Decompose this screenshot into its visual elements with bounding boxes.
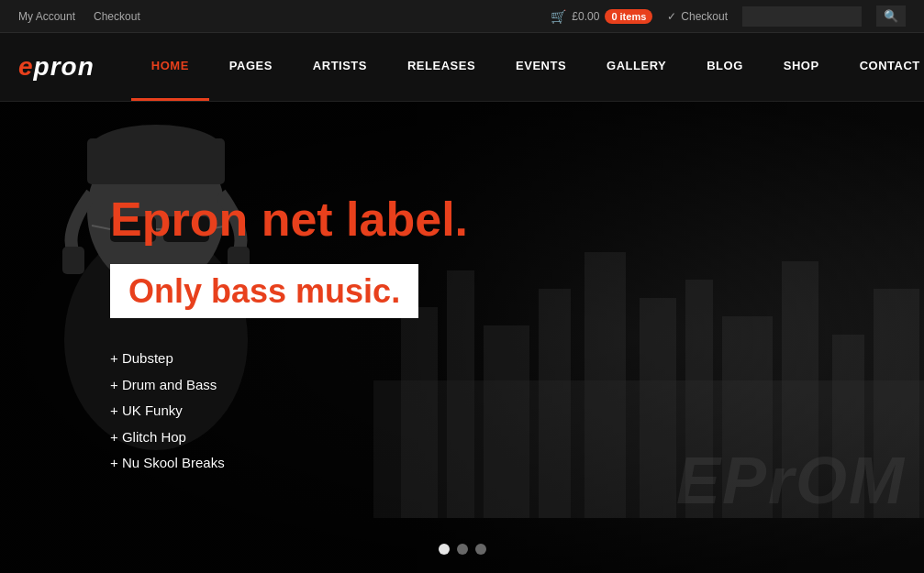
- cart-info: 🛒 £0.00 0 items: [551, 9, 652, 24]
- nav-item-gallery[interactable]: GALLERY: [586, 33, 686, 101]
- hero-content: Epron net label. Only bass music. + Dubs…: [110, 193, 468, 477]
- svg-rect-6: [640, 298, 676, 518]
- nav-item-events[interactable]: EVENTS: [495, 33, 586, 101]
- svg-rect-3: [484, 325, 529, 518]
- logo[interactable]: epron: [18, 52, 95, 82]
- cart-price: £0.00: [572, 10, 599, 23]
- svg-rect-15: [87, 138, 225, 184]
- nav-item-releases[interactable]: RELEASES: [387, 33, 495, 101]
- top-bar-right: 🛒 £0.00 0 items ✓ Checkout 🔍: [551, 6, 906, 27]
- hero-subtitle-plain: Only: [128, 272, 211, 310]
- svg-rect-5: [584, 252, 626, 518]
- eprom-watermark: EPrOM: [676, 443, 906, 518]
- cart-icon: 🛒: [551, 9, 566, 24]
- items-badge: 0 items: [605, 9, 652, 24]
- hero-subtitle: Only bass music.: [110, 264, 418, 318]
- search-input[interactable]: [742, 6, 862, 27]
- list-item-glitch-hop: + Glitch Hop: [110, 424, 468, 451]
- svg-rect-4: [539, 289, 571, 518]
- slider-dots: [439, 544, 486, 555]
- my-account-link[interactable]: My Account: [18, 10, 75, 23]
- slider-dot-3[interactable]: [475, 544, 486, 555]
- hero-title-plain: Epron: [110, 193, 262, 246]
- logo-e: e: [18, 52, 34, 81]
- top-bar-left: My Account Checkout: [18, 10, 140, 23]
- hero-title-colored: net label.: [262, 193, 468, 246]
- slider-dot-1[interactable]: [439, 544, 450, 555]
- list-item-nu-skool: + Nu Skool Breaks: [110, 450, 468, 477]
- nav-item-contact[interactable]: CONTACT: [840, 33, 924, 101]
- nav-item-artists[interactable]: ARTISTS: [293, 33, 387, 101]
- nav-item-blog[interactable]: BLOG: [686, 33, 763, 101]
- slider-dot-2[interactable]: [457, 544, 468, 555]
- nav-item-pages[interactable]: PAGES: [209, 33, 293, 101]
- hero-title: Epron net label.: [110, 193, 468, 246]
- svg-rect-21: [62, 247, 84, 274]
- list-item-drum-bass: + Drum and Bass: [110, 372, 468, 399]
- list-item-dubstep: + Dubstep: [110, 346, 468, 372]
- search-icon: 🔍: [884, 9, 898, 23]
- nav-item-home[interactable]: HOME: [131, 33, 209, 101]
- search-button[interactable]: 🔍: [876, 6, 906, 27]
- hero-subtitle-colored: bass music.: [211, 272, 400, 310]
- list-item-uk-funky: + UK Funky: [110, 398, 468, 424]
- top-bar: My Account Checkout 🛒 £0.00 0 items ✓ Ch…: [0, 0, 924, 33]
- checkout-label[interactable]: Checkout: [681, 10, 728, 23]
- checkout-link-top[interactable]: Checkout: [94, 10, 140, 23]
- checkmark-icon: ✓: [667, 10, 676, 23]
- nav-links: HOME PAGES ARTISTS RELEASES EVENTS GALLE…: [131, 33, 924, 101]
- hero-section: EPrOM Epron net label. Only bass music. …: [0, 102, 924, 573]
- nav-item-shop[interactable]: SHOP: [763, 33, 840, 101]
- hero-list: + Dubstep + Drum and Bass + UK Funky + G…: [110, 346, 468, 477]
- nav-bar: epron HOME PAGES ARTISTS RELEASES EVENTS…: [0, 33, 924, 102]
- logo-pron: pron: [34, 52, 95, 81]
- checkout-top: ✓ Checkout: [667, 10, 728, 23]
